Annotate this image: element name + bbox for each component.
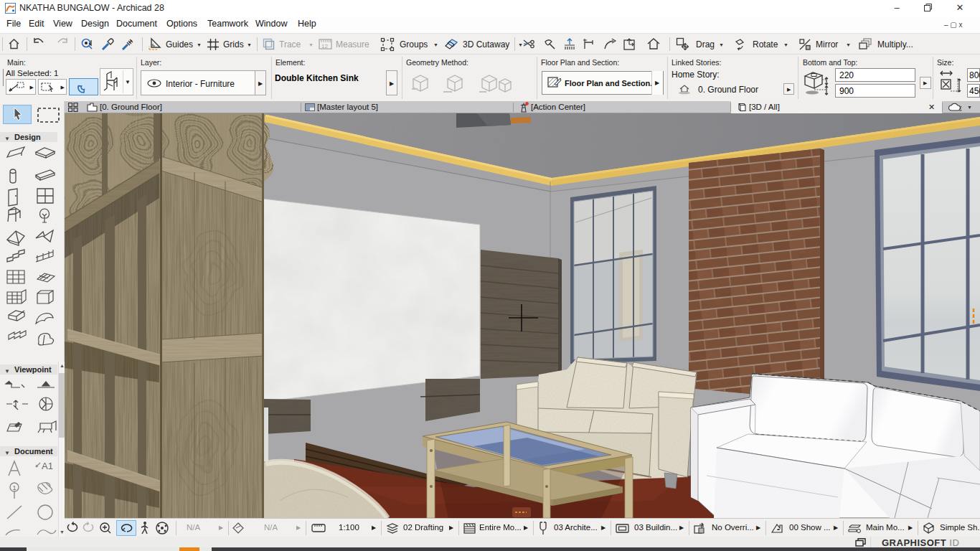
svg-text:12: 12 <box>321 43 328 50</box>
svg-text:1: 1 <box>13 484 17 491</box>
svg-text:A1: A1 <box>42 461 53 471</box>
